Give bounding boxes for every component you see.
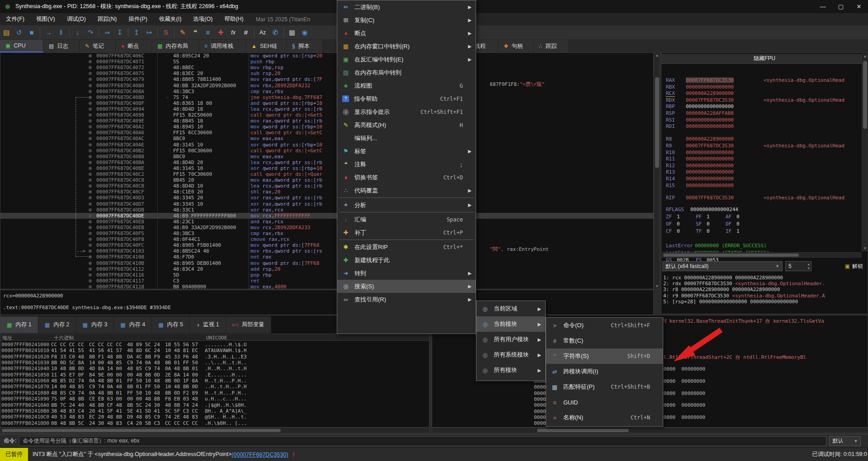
menu-item-graph-icon[interactable]: ♣流程图G [337, 79, 476, 92]
pause-icon[interactable]: ‖ [55, 27, 67, 38]
argument-count-stepper[interactable]: 5 ▲▼ [785, 261, 811, 271]
disasm-row[interactable]: 00007FF687DC4117C3ret [0, 278, 653, 284]
register-row-R15[interactable]: R150000000000000000 [661, 183, 868, 189]
menu-item-assemble-icon[interactable]: ↓汇编Space [337, 213, 476, 226]
dump-row[interactable]: 00007FFFB02410A08B 7C 24 4048 8B CF 488B… [0, 402, 429, 408]
register-row-R11[interactable]: R110000000000000000 [661, 156, 868, 162]
register-row-R8[interactable]: R8000000A228900000 [661, 136, 868, 142]
breakpoint-dot[interactable] [89, 84, 92, 87]
disasm-row[interactable]: 00007FF687DC406C48:895C24 20mov qword pt… [0, 53, 653, 59]
disasm-row[interactable]: 00007FF687DC40EB48:B9 33A2DF2D992B000mov… [0, 225, 653, 230]
dump-row[interactable]: 00007FFFB02410C040 53 48 83EC 20 48 8BD9… [0, 414, 429, 420]
dump-row[interactable]: 00007FFFB02410308B 0D 5C 8A14 00 48 85C9… [0, 360, 429, 366]
dump-tab-内存 1[interactable]: ▦内存 1 [0, 316, 38, 333]
tab-跟踪[interactable]: ∴跟踪 [533, 40, 569, 52]
disasm-row[interactable]: 00007FF687DC40AC8BC0mov eax,eax [0, 136, 653, 141]
run-to-cursor-icon[interactable]: ↦ [143, 27, 156, 38]
menu-item-search-current-region[interactable]: ◎当前区域▶ [476, 301, 545, 316]
menubar-item-N[interactable]: 跟踪(N) [92, 14, 123, 25]
menubar-item-P[interactable]: 插件(P) [123, 14, 153, 25]
menu-item-search-guid[interactable]: ¤GUID [546, 395, 663, 410]
disasm-row[interactable]: 00007FF687DC40BA48:8D4D 20lea rcx,qword … [0, 160, 653, 165]
disasm-row[interactable]: 00007FF687DC40AE48:3145 10xor qword ptr … [0, 142, 653, 148]
disasm-row[interactable]: 00007FF687DC40D348:3345 20xor rax,qword … [0, 195, 653, 201]
menu-item-copy-icon[interactable]: ⊞复制(C)▶ [337, 14, 476, 27]
disasm-row[interactable]: 00007FF687DC4118B8 00400000mov eax,4000 [0, 284, 653, 289]
menu-item-search-pattern[interactable]: ▩匹配特征(P)Ctrl+Shift+B [546, 379, 663, 395]
dump-row[interactable]: 00007FFFB024101041 54 41 5541 56 41 5748… [0, 348, 429, 353]
menubar-item-D[interactable]: 调试(D) [61, 14, 92, 25]
disasm-row[interactable]: 00007FF687DC411248:83C4 20add rsp,20 [0, 266, 653, 272]
menubar-item-I[interactable]: 收藏夹(I) [153, 14, 187, 25]
hash-icon[interactable]: # [240, 27, 252, 38]
stop-icon[interactable]: ■ [25, 27, 38, 38]
register-row-R14[interactable]: R140000000000000000 [661, 176, 868, 182]
registers-hscrollbar[interactable] [661, 252, 862, 258]
disasm-row[interactable]: 00007FF687DC408A48:3BC3cmp rax,rbx [0, 89, 653, 94]
disasm-row[interactable]: 00007FF687DC407155push rbp [0, 59, 653, 65]
breakpoint-dot[interactable] [89, 90, 92, 93]
register-row-R13[interactable]: R130000000000000000 [661, 169, 868, 175]
disasm-row[interactable]: 00007FF687DC40CF48:C1E0 20shl rax,20 [0, 189, 653, 195]
disasm-row[interactable]: 00007FF687DC40F848:0F44C1cmove rax,rcx [0, 236, 653, 242]
breakpoint-dot[interactable] [89, 60, 92, 63]
disasm-row[interactable]: 00007FF687DC40FC48:8905 F5B01400mov qwor… [0, 242, 653, 248]
breakpoint-dot[interactable] [89, 273, 92, 277]
register-row-R12[interactable]: R120000000000000000 [661, 163, 868, 169]
register-row-R10[interactable]: R100000000000000000 [661, 150, 868, 156]
disasm-row[interactable]: 00007FF687DC40DE48:B9 FFFFFFFFFFFF000mov… [0, 213, 653, 219]
register-row-RDX[interactable]: RDX00007FF687DC3530<synthesia-dbg.Option… [661, 97, 868, 103]
tab-断点[interactable]: ●断点 [116, 40, 152, 52]
tab-句柄[interactable]: ❖句柄 [498, 40, 533, 52]
disasm-row[interactable]: 00007FF687DC408F48:8365 18 00and qword p… [0, 100, 653, 106]
dump-tab-内存 3[interactable]: ▦内存 3 [76, 316, 114, 333]
maximize-button[interactable]: ▢ [832, 0, 850, 13]
disasm-row[interactable]: 00007FF687DC407948:8B05 78B11400mov rax,… [0, 76, 653, 82]
register-row-RSI[interactable]: RSI0000000000000000 [661, 117, 868, 123]
disasm-row[interactable]: 00007FF687DC407248:8BECmov rbp,rsp [0, 65, 653, 71]
menu-item-breakpoint-icon[interactable]: ●断点▶ [337, 27, 476, 40]
disasm-row[interactable]: 00007FF687DC40C2FF15 70C30600call qword … [0, 171, 653, 177]
patches-icon[interactable]: ✚ [214, 27, 227, 38]
menu-item-memory-window-icon[interactable]: ▦在内存窗口中转到(R)▶ [337, 40, 476, 53]
browser-icon[interactable]: ◉ [298, 27, 311, 38]
comment-icon[interactable]: ❝ [189, 27, 202, 38]
register-row-R9[interactable]: R900007FF687DC3530<synthesia-dbg.Optiona… [661, 143, 868, 149]
disasm-row[interactable]: 00007FF687DC40B2FF15 00C30600call qword … [0, 148, 653, 154]
register-row-RDI[interactable]: RDI0000000000000000 [661, 123, 868, 130]
dump-tab-局部变量[interactable]: [x=]局部变量 [226, 316, 271, 333]
disasm-row[interactable]: 00007FF687DC40C88B45 20mov eax,dword ptr… [0, 177, 653, 183]
menu-item-bookmark-icon[interactable]: ♦切换书签Ctrl+D [337, 171, 476, 184]
disasm-row[interactable]: 00007FF687DC4098FF15 82C50600call qword … [0, 112, 653, 118]
dump-row[interactable]: 00007FFFB02410D008 48 8B 5C24 30 48 83C4… [0, 420, 429, 426]
menu-item-binary-icon[interactable]: 01二进制(B)▶ [337, 0, 476, 14]
dump-row[interactable]: 00007FFFB024106048 85 D2 740A 48 8B 01FF… [0, 378, 429, 384]
disasm-row[interactable]: 00007FF687DC409E48:8B45 18mov rax,qword … [0, 118, 653, 124]
breakpoint-dot[interactable] [89, 54, 92, 57]
entrypoint-address-link[interactable]: (00007FF687DC3530) [231, 452, 288, 458]
breakpoint-dot[interactable] [89, 78, 92, 81]
menu-item-search-all-system-modules[interactable]: ◎所有系统模块▶ [476, 347, 545, 362]
dump-row[interactable]: 00007FFFB0241000CC CC CC CCCC CC CC CC48… [0, 342, 429, 348]
registers-scrollbar[interactable]: ▲ ▼ [862, 53, 868, 251]
menu-item-disassembly-goto-icon[interactable]: ▣在反汇编中转到(E)▶ [337, 53, 476, 66]
register-row-RCX[interactable]: RCX000000A228900000 [661, 90, 868, 97]
disasm-row[interactable]: 00007FF687DC40A248:8945 10mov qword ptr … [0, 124, 653, 130]
register-row-RBP[interactable]: RBP0000000000000000 [661, 103, 868, 110]
disasm-row[interactable]: 00007FF687DC41165Dpop rbp [0, 272, 653, 278]
open-file-icon[interactable]: ▤ [0, 27, 13, 38]
profile-select[interactable]: 默认▼ [829, 436, 861, 446]
breakpoint-dot[interactable] [89, 66, 92, 69]
assemble-icon[interactable]: ✎ [176, 27, 189, 38]
dump-tab-内存 4[interactable]: ▦内存 4 [114, 316, 152, 333]
dump-hscrollbar[interactable] [0, 428, 429, 433]
tab-笔记[interactable]: ✎笔记 [80, 40, 116, 52]
calling-convention-select[interactable]: 默认 (x64 fastcall)▼ [662, 261, 783, 271]
disasm-row[interactable]: 00007FF687DC407548:83EC 20sub rsp,20 [0, 71, 653, 76]
register-row-RSP[interactable]: RSP000000A228AFFAB8 [661, 110, 868, 117]
dump-row[interactable]: 00007FFFB024107014 00 48 85C9 74 0A 488B… [0, 384, 429, 390]
int3-icon[interactable]: S [160, 27, 172, 38]
syscall-icon[interactable]: ✆ [269, 27, 282, 38]
menu-item-search-intermodular-calls[interactable]: ⇄跨模块调用(I) [546, 364, 663, 379]
disasm-row[interactable]: 00007FF687DC40CB48:8D4D 10lea rcx,qword … [0, 183, 653, 189]
